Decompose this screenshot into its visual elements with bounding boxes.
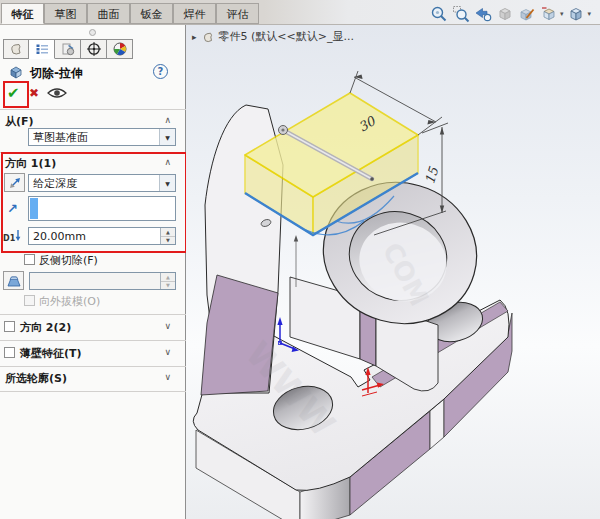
flip-side-label[interactable]: 反侧切除(F) bbox=[39, 253, 98, 268]
part-icon bbox=[201, 30, 215, 44]
previous-view-icon[interactable] bbox=[473, 4, 493, 24]
divider bbox=[0, 366, 186, 367]
thin-feature-section-header[interactable]: 薄壁特征(T) bbox=[20, 346, 82, 361]
thin-feature-checkbox[interactable] bbox=[4, 347, 15, 358]
combo-caret-icon[interactable]: ▼ bbox=[159, 129, 175, 145]
graphics-area[interactable]: 30 15 bbox=[186, 25, 600, 519]
zoom-area-icon[interactable] bbox=[451, 4, 471, 24]
tab-weldments[interactable]: 焊件 bbox=[173, 3, 216, 24]
direction1-section-header[interactable]: 方向 1(1) bbox=[5, 156, 56, 171]
flip-side-checkbox[interactable] bbox=[24, 254, 35, 265]
draft-outward-label: 向外拔模(O) bbox=[39, 294, 100, 309]
headsup-view-toolbar: ▾ ▾ bbox=[429, 4, 592, 24]
end-condition-combobox[interactable]: 给定深度 ▼ bbox=[28, 174, 176, 192]
pm-action-row: ✔ ✖ bbox=[0, 83, 186, 107]
direction1-collapse-icon[interactable]: ∧ bbox=[164, 157, 171, 167]
reverse-direction-button[interactable] bbox=[4, 173, 25, 192]
zoom-fit-icon[interactable] bbox=[429, 4, 449, 24]
end-condition-value: 给定深度 bbox=[29, 176, 159, 191]
property-manager-icon bbox=[34, 41, 50, 57]
draft-angle-value bbox=[30, 273, 160, 289]
tab-surfaces[interactable]: 曲面 bbox=[87, 3, 130, 24]
draft-icon bbox=[6, 274, 22, 288]
direction-reference-icon: ↗ bbox=[7, 201, 18, 216]
preview-eye-button[interactable] bbox=[47, 87, 67, 102]
from-section-header[interactable]: 从(F) bbox=[5, 114, 34, 129]
spin-down-icon[interactable]: ▼ bbox=[161, 237, 175, 245]
tab-display-manager[interactable] bbox=[107, 39, 133, 59]
depth-spinner[interactable]: ▲ ▼ bbox=[160, 228, 175, 244]
command-tab-bar: 特征 草图 曲面 钣金 焊件 评估 ▾ bbox=[0, 0, 600, 25]
depth-icon: D1 bbox=[2, 228, 24, 247]
tab-dimxpert-manager[interactable] bbox=[81, 39, 107, 59]
tab-property-manager[interactable] bbox=[29, 39, 55, 59]
tab-sketch[interactable]: 草图 bbox=[44, 3, 87, 24]
property-manager-panel: 切除-拉伸 ? ✔ ✖ 从(F) ∧ 草图基准面 ▼ 方向 1(1) ∧ 给定深… bbox=[0, 25, 186, 519]
thin-feature-expand-icon[interactable]: ∨ bbox=[164, 347, 171, 357]
spin-up-icon: ▲ bbox=[161, 273, 175, 282]
spin-down-icon: ▼ bbox=[161, 282, 175, 290]
depth-value: 20.00mm bbox=[29, 228, 160, 244]
draft-outward-checkbox bbox=[24, 295, 35, 306]
svg-text:D1: D1 bbox=[3, 234, 16, 243]
display-style-caret-icon[interactable]: ▾ bbox=[587, 10, 591, 18]
from-combobox[interactable]: 草图基准面 ▼ bbox=[28, 128, 176, 146]
draft-spinner: ▲ ▼ bbox=[160, 273, 175, 289]
feature-title: 切除-拉伸 bbox=[30, 65, 83, 82]
tab-features[interactable]: 特征 bbox=[1, 3, 44, 24]
draft-angle-input: ▲ ▼ bbox=[29, 272, 176, 290]
dimxpert-icon bbox=[86, 41, 102, 57]
tab-feature-tree[interactable] bbox=[3, 39, 29, 59]
manager-tab-strip bbox=[3, 39, 133, 59]
divider bbox=[0, 109, 186, 110]
direction2-checkbox[interactable] bbox=[4, 321, 15, 332]
direction2-section-header[interactable]: 方向 2(2) bbox=[20, 320, 71, 335]
ok-button[interactable]: ✔ bbox=[7, 84, 20, 102]
display-manager-icon bbox=[112, 41, 128, 57]
from-collapse-icon[interactable]: ∧ bbox=[164, 115, 171, 125]
configuration-manager-icon bbox=[60, 41, 76, 57]
help-icon[interactable]: ? bbox=[153, 64, 168, 79]
section-view-icon[interactable] bbox=[495, 4, 515, 24]
cut-extrude-icon bbox=[8, 64, 24, 83]
divider bbox=[0, 314, 186, 315]
divider bbox=[0, 391, 186, 392]
tree-expand-icon[interactable]: ▸ bbox=[192, 32, 197, 42]
feature-title-row: 切除-拉伸 ? bbox=[0, 63, 186, 83]
depth-input[interactable]: 20.00mm ▲ ▼ bbox=[28, 227, 176, 245]
panel-splitter-handle[interactable] bbox=[89, 29, 96, 36]
divider bbox=[0, 152, 186, 153]
selection-highlight-bar bbox=[30, 198, 38, 219]
tree-item-label[interactable]: 零件5 (默认<<默认>_显... bbox=[219, 29, 354, 44]
reverse-direction-icon bbox=[8, 176, 22, 190]
direction2-expand-icon[interactable]: ∨ bbox=[164, 321, 171, 331]
flyout-feature-tree[interactable]: ▸ 零件5 (默认<<默认>_显... bbox=[192, 29, 354, 44]
tab-sheetmetal[interactable]: 钣金 bbox=[130, 3, 173, 24]
from-combobox-value: 草图基准面 bbox=[29, 130, 159, 145]
spin-up-icon[interactable]: ▲ bbox=[161, 228, 175, 237]
tab-configuration-manager[interactable] bbox=[55, 39, 81, 59]
feature-tree-icon bbox=[8, 41, 24, 57]
view-orientation-icon[interactable] bbox=[539, 4, 559, 24]
edit-appearance-icon[interactable] bbox=[517, 4, 537, 24]
eye-icon bbox=[47, 87, 67, 99]
divider bbox=[0, 340, 186, 341]
draft-button[interactable] bbox=[3, 271, 24, 290]
selected-contours-expand-icon[interactable]: ∨ bbox=[164, 372, 171, 382]
combo-caret-icon[interactable]: ▼ bbox=[159, 175, 175, 191]
tab-evaluate[interactable]: 评估 bbox=[216, 3, 259, 24]
display-style-icon[interactable] bbox=[566, 4, 586, 24]
cancel-button[interactable]: ✖ bbox=[29, 86, 39, 100]
selected-contours-section-header[interactable]: 所选轮廓(S) bbox=[5, 371, 67, 386]
solidworks-window: 特征 草图 曲面 钣金 焊件 评估 ▾ bbox=[0, 0, 600, 519]
view-orientation-caret-icon[interactable]: ▾ bbox=[560, 10, 564, 18]
direction-reference-box[interactable] bbox=[28, 196, 176, 221]
model-view: 30 15 bbox=[186, 25, 600, 519]
